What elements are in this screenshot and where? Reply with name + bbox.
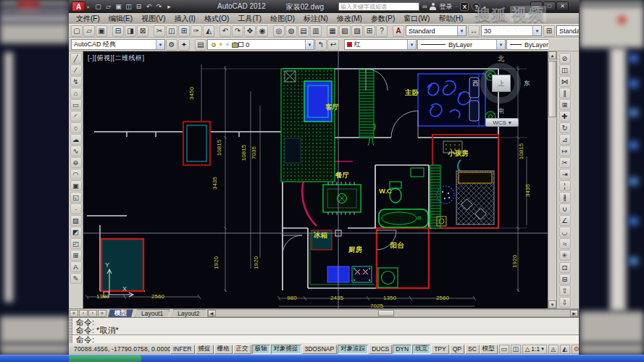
annotation-scale-control[interactable]: △ 1:1 ▾ <box>522 345 547 354</box>
sign-in-link[interactable]: 登录 <box>439 2 452 12</box>
workspace-switching-icon[interactable]: ⚙ <box>572 345 580 354</box>
copy-icon[interactable]: ◫ <box>559 64 571 75</box>
drawing-canvas[interactable]: [-][俯视][二维线框] <box>83 51 548 308</box>
circle-icon[interactable]: ○ <box>70 122 82 133</box>
horizontal-scroll-thumb[interactable] <box>378 310 394 316</box>
block-editor-icon[interactable]: ◭ <box>203 25 214 37</box>
search-input[interactable] <box>338 2 419 11</box>
toggle-ortho[interactable]: 正交 <box>233 345 251 354</box>
properties-palette-icon[interactable]: ▤ <box>298 25 309 37</box>
menu-window[interactable]: 窗口(W) <box>399 14 434 24</box>
point-icon[interactable]: ∙ <box>70 203 82 214</box>
make-block-icon[interactable]: ◱ <box>70 192 82 203</box>
scroll-right-icon[interactable]: ▶ <box>570 310 578 316</box>
toggle-lwt[interactable]: 线宽 <box>412 345 430 354</box>
quick-view-layouts-icon[interactable]: ▭ <box>499 345 509 354</box>
toggle-ducs[interactable]: DUCS <box>369 345 392 354</box>
break-at-point-icon[interactable]: ¦ <box>559 180 571 191</box>
chamfer-icon[interactable]: ∠ <box>559 215 571 226</box>
rectangle-icon[interactable]: ▭ <box>70 99 82 110</box>
copy-icon[interactable]: ◫ <box>166 25 177 37</box>
new-icon[interactable]: ▢ <box>71 25 83 37</box>
explode-icon[interactable]: ✳ <box>559 250 571 261</box>
menu-edit[interactable]: 编辑(E) <box>104 14 137 24</box>
publish-icon[interactable]: ⊠ <box>137 25 149 37</box>
save-icon[interactable]: ▣ <box>96 25 107 37</box>
menu-file[interactable]: 文件(F) <box>72 14 104 24</box>
toggle-otrack[interactable]: 对象追踪 <box>338 345 368 354</box>
layer-on-icon[interactable] <box>212 43 216 47</box>
combo-arrow-icon[interactable]: ▾ <box>532 26 541 35</box>
app-menu-arrow-icon[interactable]: ▾ <box>87 4 89 9</box>
last-tab-icon[interactable]: » <box>98 310 106 317</box>
menu-insert[interactable]: 插入(I) <box>170 14 199 24</box>
menu-view[interactable]: 视图(V) <box>137 14 170 24</box>
vertical-scrollbar[interactable]: ▲ ▼ <box>548 51 556 308</box>
text-style-combo[interactable]: Standard ▾ <box>406 25 467 36</box>
save-icon[interactable]: ▣ <box>114 2 123 12</box>
fillet-icon[interactable]: ◡ <box>559 227 571 237</box>
arc-icon[interactable]: ◜ <box>70 111 82 122</box>
layer-lock-icon[interactable] <box>232 42 237 48</box>
quick-view-drawings-icon[interactable]: ◫ <box>511 345 521 354</box>
zoom-previous-icon[interactable]: ◍ <box>285 25 297 37</box>
region-icon[interactable]: ◰ <box>70 238 82 249</box>
viewcube[interactable]: 上 北 西 东 南 WCS ▾ <box>475 54 527 127</box>
quickcalc-icon[interactable]: ⊞ <box>364 25 375 37</box>
toggle-osnap[interactable]: 对象捕捉 <box>271 345 301 354</box>
first-tab-icon[interactable]: « <box>70 310 78 317</box>
redo-icon[interactable]: ↷ <box>232 25 243 37</box>
toggle-snap[interactable]: 捕捉 <box>196 345 214 354</box>
join-icon[interactable]: ∪ <box>559 203 571 214</box>
send-under-objects-icon[interactable]: ⇩ <box>559 297 571 308</box>
offset-icon[interactable]: ∥ <box>559 88 571 98</box>
blend-curves-icon[interactable]: ≈ <box>559 238 571 249</box>
menu-draw[interactable]: 绘图(D) <box>266 14 299 24</box>
scroll-up-icon[interactable]: ▲ <box>548 51 556 59</box>
bring-above-objects-icon[interactable]: ⇧ <box>559 285 571 296</box>
break-icon[interactable]: ∦ <box>559 192 571 203</box>
exchange-icon[interactable]: X <box>460 2 469 11</box>
polyline-icon[interactable]: ↯ <box>70 76 82 87</box>
open-icon[interactable]: ▱ <box>104 2 113 12</box>
erase-icon[interactable]: ⊘ <box>559 53 571 64</box>
toggle-qp[interactable]: QP <box>450 345 464 354</box>
menu-modify[interactable]: 修改(M) <box>333 14 367 24</box>
new-icon[interactable]: ▢ <box>93 2 103 12</box>
insert-block-icon[interactable]: ▣ <box>70 180 82 191</box>
table-style-combo[interactable]: Standard <box>556 25 580 36</box>
viewcube-top-face[interactable]: 上 <box>492 75 511 92</box>
plot-icon[interactable]: ⊟ <box>112 25 124 37</box>
table-style-icon[interactable]: ⊞ <box>543 25 555 37</box>
bring-to-front-icon[interactable]: ⊡ <box>559 262 571 273</box>
model-space-button[interactable]: 模型 <box>480 345 498 354</box>
stretch-icon[interactable]: ↦ <box>559 146 571 156</box>
color-combo[interactable]: 红 ▾ <box>344 39 417 50</box>
combo-arrow-icon[interactable]: ▾ <box>305 40 314 49</box>
toggle-sc[interactable]: SC <box>465 345 480 354</box>
layer-previous-icon[interactable]: ↩ <box>327 39 339 51</box>
scale-icon[interactable]: ⊿ <box>559 134 571 145</box>
taskbar-start-segment[interactable] <box>69 355 141 362</box>
help-icon[interactable]: ? <box>376 25 388 37</box>
table-icon[interactable]: ⊞ <box>70 250 82 261</box>
revision-cloud-icon[interactable]: ☁ <box>70 134 82 145</box>
prev-tab-icon[interactable]: ‹ <box>79 310 88 317</box>
match-properties-icon[interactable]: ✑ <box>191 25 202 37</box>
next-tab-icon[interactable]: › <box>88 310 97 317</box>
toggle-grid[interactable]: 栅格 <box>214 345 233 354</box>
layer-combo[interactable]: ☀ ☀ 0 ▾ <box>207 39 314 50</box>
send-to-back-icon[interactable]: ⊟ <box>559 274 571 285</box>
scroll-left-icon[interactable]: ◀ <box>208 310 216 316</box>
mirror-icon[interactable]: ⋈ <box>559 76 571 87</box>
plot-icon[interactable]: ⊟ <box>134 2 143 12</box>
tab-layout2[interactable]: Layout2 <box>171 309 206 318</box>
menu-format[interactable]: 格式(O) <box>200 14 233 24</box>
autocad-logo-icon[interactable]: A <box>72 1 85 12</box>
undo-icon[interactable]: ↶ <box>144 2 154 12</box>
menu-parametric[interactable]: 参数(P) <box>367 14 399 24</box>
menu-dimension[interactable]: 标注(N) <box>299 14 333 24</box>
multiline-text-icon[interactable]: A <box>70 261 82 272</box>
spline-icon[interactable]: ∿ <box>70 146 82 156</box>
text-style-icon[interactable]: A <box>393 25 404 37</box>
